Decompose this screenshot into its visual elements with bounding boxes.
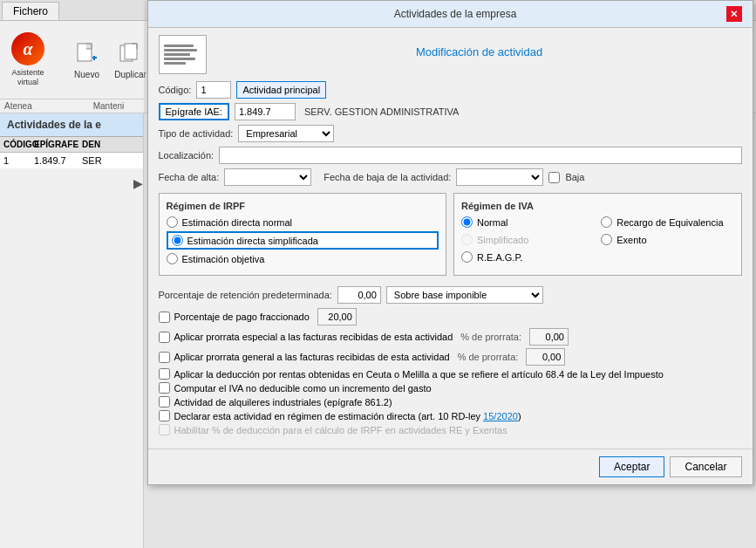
aceptar-button[interactable]: Aceptar [599, 456, 664, 477]
svg-rect-4 [125, 44, 137, 59]
fecha-alta-label: Fecha de alta: [159, 172, 220, 182]
ceuta-checkbox[interactable] [159, 368, 170, 380]
localizacion-input[interactable] [219, 147, 741, 164]
fecha-alta-select[interactable] [224, 168, 311, 186]
iva-options-grid: Normal Recargo de Equivalencia Simplific… [461, 216, 734, 266]
irpf-option-1[interactable]: Estimación directa normal [167, 216, 439, 228]
irpf-label-3: Estimación objetiva [182, 254, 265, 264]
dialog: Actividades de la empresa ✕ [147, 113, 753, 485]
baja-checkbox[interactable] [548, 172, 560, 183]
epigrafe-input[interactable] [235, 113, 296, 120]
prorrata-especial-label: Aplicar prorrata especial a las facturas… [174, 332, 453, 342]
pago-fraccionado-label: Porcentaje de pago fraccionado [174, 312, 310, 322]
estimacion-directa-checkbox[interactable] [159, 410, 170, 421]
dialog-footer: Aceptar Cancelar [148, 449, 753, 484]
panel-arrow-icon: ▶ [133, 176, 143, 190]
duplicar-icon [117, 40, 145, 68]
manteni-label: Manteni [93, 101, 125, 111]
chk-prorrata-general-row: Aplicar prorrata general a las facturas … [159, 348, 742, 366]
alquileres-checkbox[interactable] [159, 396, 170, 408]
localizacion-label: Localización: [159, 150, 215, 161]
row-epigrafe: 1.849.7 [34, 155, 82, 166]
prorrata-especial-input[interactable] [529, 328, 569, 346]
epigrafe-button[interactable]: Epígrafe IAE: [159, 113, 229, 120]
pago-fraccionado-input[interactable] [317, 308, 357, 325]
chk-iva-nodeducible-row: Computar el IVA no deducible como un inc… [159, 382, 742, 394]
tipo-actividad-select[interactable]: Empresarial [238, 125, 334, 142]
asistente-icon: α [11, 32, 44, 65]
tipo-label: Tipo de actividad: [159, 128, 234, 139]
irpf-option-3[interactable]: Estimación objetiva [167, 253, 439, 264]
row-codigo: 1 [3, 155, 34, 166]
left-panel-title: Actividades de la e [0, 113, 143, 137]
irpf-title: Régimen de IRPF [167, 201, 439, 211]
irpf-label-2: Estimación directa simplificada [187, 236, 318, 246]
table-row[interactable]: 1 1.849.7 SER [0, 153, 143, 169]
irpf-option-2[interactable]: Estimación directa simplificada [167, 231, 439, 250]
chk-alquileres-row: Actividad de alquileres industriales (ep… [159, 396, 742, 408]
chk-habilitar-row: Habilitar % de deducción para el cálculo… [159, 424, 742, 435]
col-codigo: CÓDIGO [3, 140, 34, 149]
app-window: Fichero α Asistentevirtual [0, 0, 756, 548]
epigrafe-desc: SERV. GESTION ADMINISTRATIVA [304, 113, 459, 117]
prorrata-general-label: Aplicar prorrata general a las facturas … [174, 352, 450, 362]
iva-label-1: Normal [477, 217, 507, 228]
iva-option-3[interactable]: Simplificado [461, 234, 594, 245]
iva-label-3: Simplificado [477, 235, 528, 245]
chk-pago-fraccionado-row: Porcentaje de pago fraccionado [159, 308, 742, 325]
epigrafe-row: Epígrafe IAE: SERV. GESTION ADMINISTRATI… [159, 113, 742, 120]
iva-label-5: R.E.A.G.P. [477, 252, 522, 263]
iva-label-4: Exento [616, 235, 646, 245]
prorrata-general-input[interactable] [526, 348, 565, 366]
alquileres-label: Actividad de alquileres industriales (ep… [174, 397, 392, 408]
nuevo-button[interactable]: Nuevo [67, 37, 106, 83]
regime-panels: Régimen de IRPF Estimación directa norma… [159, 193, 742, 276]
left-panel: Actividades de la e CÓDIGO EPÍGRAFE DEN … [0, 113, 144, 548]
iva-panel: Régimen de IVA Normal Recargo de Equival… [453, 193, 742, 276]
fichero-tab[interactable]: Fichero [2, 2, 59, 20]
tipo-actividad-row: Tipo de actividad: Empresarial [159, 125, 742, 142]
chk-prorrata-especial-row: Aplicar prorrata especial a las facturas… [159, 328, 742, 346]
col-den: DEN [82, 140, 140, 149]
chk-ceuta-row: Aplicar la deducción por rentas obtenida… [159, 368, 742, 380]
retention-base-select[interactable]: Sobre base imponible [386, 286, 543, 304]
iva-label-2: Recargo de Equivalencia [616, 217, 723, 228]
baja-label: Baja [565, 172, 584, 182]
irpf-panel: Régimen de IRPF Estimación directa norma… [159, 193, 447, 276]
table-header: CÓDIGO EPÍGRAFE DEN [0, 137, 143, 153]
prorrata-general-pct-label: % de prorrata: [458, 352, 519, 362]
fecha-baja-select[interactable] [456, 168, 543, 186]
cancelar-button[interactable]: Cancelar [670, 456, 741, 477]
iva-nodeducible-label: Computar el IVA no deducible como un inc… [174, 383, 432, 394]
retention-label: Porcentaje de retención predeterminada: [159, 290, 332, 300]
pago-fraccionado-checkbox[interactable] [159, 312, 170, 323]
prorrata-especial-pct-label: % de prorrata: [460, 332, 521, 342]
rd-ley-link[interactable]: 15/2020 [483, 411, 518, 421]
bottom-section: Porcentaje de retención predeterminada: … [159, 283, 742, 442]
ceuta-label: Aplicar la deducción por rentas obtenida… [174, 369, 664, 380]
nuevo-icon [73, 40, 101, 68]
iva-nodeducible-checkbox[interactable] [159, 382, 170, 394]
fechas-row: Fecha de alta: Fecha de baja de la activ… [159, 168, 742, 186]
iva-option-4[interactable]: Exento [601, 234, 733, 245]
localizacion-row: Localización: [159, 147, 742, 164]
iva-option-2[interactable]: Recargo de Equivalencia [601, 216, 733, 228]
iva-title: Régimen de IVA [461, 201, 734, 211]
iva-option-1[interactable]: Normal [461, 216, 594, 228]
main-content: Actividades de la e CÓDIGO EPÍGRAFE DEN … [0, 113, 756, 548]
asistente-virtual-button[interactable]: α Asistentevirtual [4, 29, 51, 91]
fecha-baja-label: Fecha de baja de la actividad: [324, 172, 451, 182]
col-epigrafe: EPÍGRAFE [34, 140, 82, 149]
retention-row: Porcentaje de retención predeterminada: … [159, 286, 742, 304]
dialog-overlay: Actividades de la empresa ✕ [144, 113, 756, 548]
chk-estimacion-directa-row: Declarar esta actividad en régimen de es… [159, 410, 742, 421]
retention-input[interactable] [337, 286, 381, 304]
prorrata-general-checkbox[interactable] [159, 352, 170, 363]
atenea-label: Atenea [4, 101, 32, 111]
irpf-label-1: Estimación directa normal [182, 217, 293, 228]
prorrata-especial-checkbox[interactable] [159, 332, 170, 343]
iva-option-5[interactable]: R.E.A.G.P. [461, 251, 594, 263]
estimacion-directa-label: Declarar esta actividad en régimen de es… [174, 411, 521, 421]
habilitar-label: Habilitar % de deducción para el cálculo… [174, 425, 507, 435]
habilitar-checkbox [159, 424, 170, 435]
